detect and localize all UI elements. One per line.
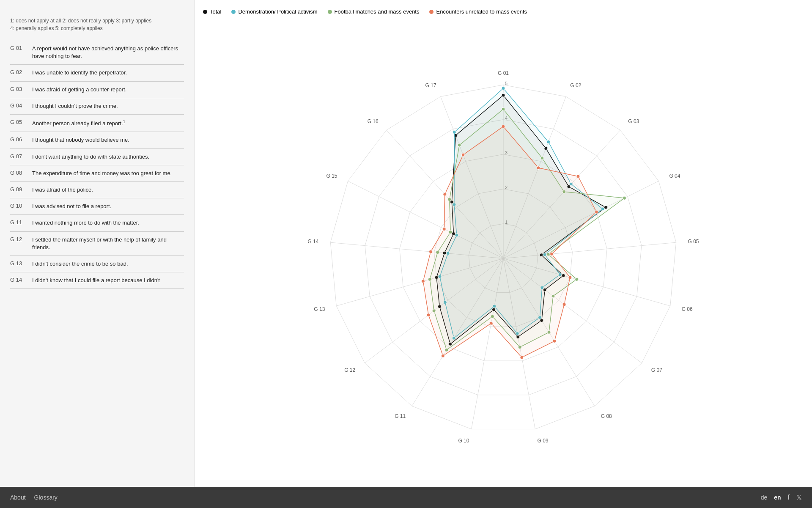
item-code: G 13 (10, 260, 27, 266)
list-item: G 08 The expenditure of time and money w… (10, 165, 184, 182)
svg-text:G 05: G 05 (688, 239, 699, 244)
legend-item: Demonstration/ Political activism (231, 8, 317, 15)
items-list: G 01 A report would not have achieved an… (10, 41, 184, 289)
list-item: G 02 I was unable to identify the perpet… (10, 65, 184, 81)
list-item: G 01 A report would not have achieved an… (10, 41, 184, 65)
item-text: I was unable to identify the perpetrator… (32, 69, 127, 77)
legend-label: Demonstration/ Political activism (238, 8, 317, 15)
svg-text:G 16: G 16 (368, 118, 379, 124)
svg-point-81 (502, 107, 505, 111)
item-code: G 14 (10, 277, 27, 283)
item-text: I didn't consider the crime to be so bad… (32, 260, 128, 268)
list-item: G 12 I settled the matter myself or with… (10, 232, 184, 256)
svg-point-79 (453, 131, 456, 134)
svg-point-63 (502, 87, 505, 90)
svg-point-86 (575, 277, 579, 281)
svg-text:5: 5 (505, 81, 508, 86)
legend-dot (328, 10, 332, 14)
svg-point-106 (553, 339, 556, 343)
twitter-icon[interactable]: 𝕏 (796, 494, 802, 502)
svg-point-107 (520, 356, 524, 359)
legend-label: Total (210, 8, 221, 15)
list-item: G 10 I was advised not to file a report. (10, 198, 184, 215)
footer-lang-de[interactable]: de (761, 494, 768, 501)
svg-point-103 (550, 252, 553, 255)
legend-dot (203, 10, 207, 14)
item-code: G 01 (10, 45, 27, 51)
legend: Total Demonstration/ Political activism … (203, 8, 804, 15)
item-text: The expenditure of time and money was to… (32, 170, 172, 177)
svg-point-101 (576, 175, 580, 178)
legend-label: Football matches and mass events (335, 8, 420, 15)
footer-glossary[interactable]: Glossary (34, 494, 58, 501)
item-code: G 12 (10, 236, 27, 242)
legend-item: Encounters unrelated to mass events (429, 8, 527, 15)
svg-point-84 (623, 196, 626, 200)
footer-lang-en[interactable]: en (774, 494, 781, 501)
scale-section: 1: does not apply at all 2: does not rea… (10, 17, 184, 32)
svg-text:G 17: G 17 (425, 82, 436, 88)
facebook-icon[interactable]: f (788, 494, 790, 501)
legend-dot (231, 10, 236, 14)
svg-text:G 14: G 14 (307, 239, 318, 244)
item-text: Another person already filed a report.1 (32, 119, 125, 128)
list-item: G 09 I was afraid of the police. (10, 182, 184, 198)
svg-text:G 01: G 01 (498, 70, 509, 76)
svg-text:G 15: G 15 (326, 173, 337, 179)
scale-text: 1: does not apply at all 2: does not rea… (10, 17, 184, 32)
item-text: A report would not have achieved anythin… (32, 45, 184, 60)
item-code: G 10 (10, 203, 27, 209)
list-item: G 06 I thought that nobody would believe… (10, 132, 184, 148)
list-item: G 11 I wanted nothing more to do with th… (10, 215, 184, 231)
legend-item: Total (203, 8, 221, 15)
svg-point-82 (540, 157, 544, 160)
svg-point-100 (537, 166, 540, 170)
svg-point-102 (595, 210, 598, 214)
item-code: G 02 (10, 69, 27, 75)
radar-chart: 12345G 01G 02G 03G 04G 05G 06G 07G 08G 0… (203, 22, 804, 478)
svg-text:G 13: G 13 (314, 306, 325, 312)
list-item: G 03 I was afraid of getting a counter-r… (10, 82, 184, 98)
list-item: G 13 I didn't consider the crime to be s… (10, 256, 184, 272)
svg-text:G 09: G 09 (538, 438, 549, 444)
svg-point-108 (489, 321, 493, 325)
item-text: I settled the matter myself or with the … (32, 236, 184, 251)
list-item: G 04 I thought I couldn't prove the crim… (10, 98, 184, 115)
svg-point-105 (562, 303, 566, 306)
footer: About Glossary de en f 𝕏 (0, 487, 812, 508)
right-panel: Total Demonstration/ Political activism … (195, 0, 812, 487)
list-item: G 05 Another person already filed a repo… (10, 115, 184, 132)
svg-text:G 03: G 03 (628, 118, 639, 124)
legend-label: Encounters unrelated to mass events (436, 8, 527, 15)
svg-point-113 (442, 227, 446, 231)
item-code: G 03 (10, 86, 27, 92)
svg-point-97 (458, 143, 461, 147)
footer-about[interactable]: About (10, 494, 26, 501)
svg-point-104 (568, 276, 572, 279)
item-code: G 06 (10, 136, 27, 143)
item-code: G 11 (10, 219, 27, 225)
item-code: G 05 (10, 119, 27, 125)
item-text: I don't want anything to do with state a… (32, 153, 149, 161)
item-text: I was advised not to file a report. (32, 203, 111, 210)
svg-text:G 08: G 08 (601, 413, 612, 419)
svg-point-64 (547, 140, 550, 143)
list-item: G 07 I don't want anything to do with st… (10, 149, 184, 165)
item-code: G 09 (10, 186, 27, 192)
footer-left: About Glossary (10, 494, 58, 501)
legend-dot (429, 10, 433, 14)
svg-text:G 07: G 07 (651, 367, 662, 373)
svg-text:G 02: G 02 (570, 82, 581, 88)
svg-marker-98 (423, 126, 597, 357)
chart-container: 12345G 01G 02G 03G 04G 05G 06G 07G 08G 0… (203, 22, 804, 478)
left-panel: 1: does not apply at all 2: does not rea… (0, 0, 195, 487)
svg-point-114 (443, 192, 447, 196)
footer-right: de en f 𝕏 (761, 494, 802, 502)
svg-point-111 (422, 280, 425, 283)
item-text: I didn't know that I could file a report… (32, 277, 160, 284)
item-text: I wanted nothing more to do with the mat… (32, 219, 139, 227)
item-code: G 08 (10, 170, 27, 176)
item-code: G 04 (10, 102, 27, 109)
svg-text:G 06: G 06 (682, 306, 693, 312)
legend-item: Football matches and mass events (328, 8, 420, 15)
